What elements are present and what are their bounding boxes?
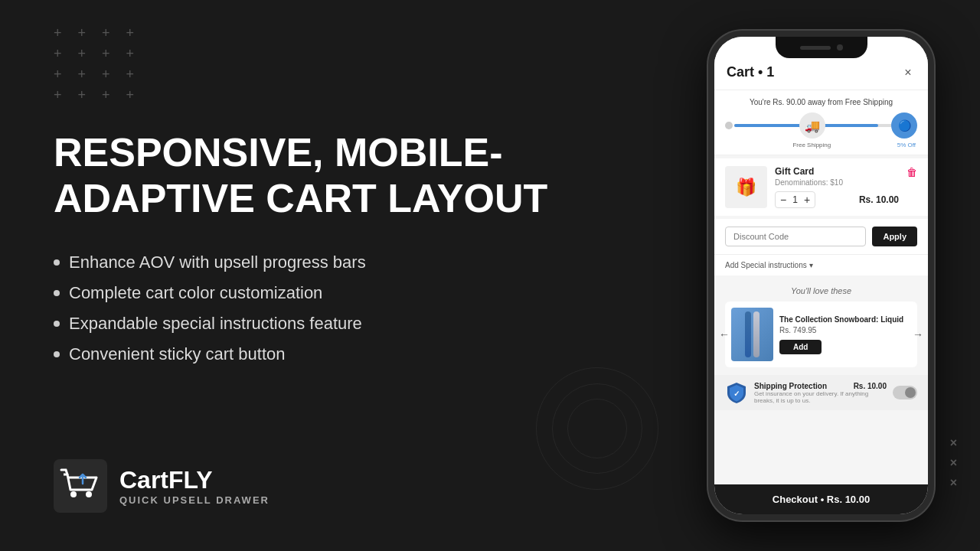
cart-close-button[interactable]: × [900,65,916,80]
list-item: Expandable special instructions feature [54,314,574,334]
cart-title: Cart • 1 [727,64,774,80]
x-mark-2: × [950,456,957,470]
progress-shipping-icon: 🚚 [799,112,825,139]
shipping-protection-title: Shipping Protection [754,382,827,390]
progress-track: 🚚 🔵 [725,112,917,139]
item-details: Gift Card Denominations: $10 − 1 + Rs. 1… [775,166,899,208]
upsell-card: ← The Collection Snowboard: Liquid Rs. 7… [725,302,917,367]
phone-button-power [933,129,934,174]
list-item: Convenient sticky cart button [54,344,574,364]
item-delete-button[interactable]: 🗑 [906,166,917,178]
upsell-add-button[interactable]: Add [779,340,822,354]
quantity-increase-button[interactable]: + [804,194,810,206]
phone-button-volume-up [708,113,710,140]
shipping-protection: ✓ Shipping Protection Rs. 10.00 Get insu… [714,375,928,410]
board-2 [753,311,760,357]
item-price: Rs. 10.00 [859,194,899,205]
quantity-control[interactable]: − 1 + [775,191,815,208]
discount-code-input[interactable] [725,227,866,246]
cart-item: 🎁 Gift Card Denominations: $10 − 1 + Rs.… [714,158,928,216]
upsell-product-name: The Collection Snowboard: Liquid [779,315,911,324]
board-1 [745,311,751,357]
discount-apply-button[interactable]: Apply [872,227,917,246]
upsell-previous-button[interactable]: ← [719,328,730,341]
x-mark-3: × [950,476,957,490]
discount-section: Apply [714,219,928,254]
phone-mockup: Cart • 1 × You're Rs. 90.00 away from Fr… [708,23,934,528]
upsell-product-image [731,308,773,361]
cartfly-logo-icon [54,459,107,513]
svg-rect-0 [54,459,107,513]
shield-icon: ✓ [725,381,748,404]
upsell-next-button[interactable]: → [913,328,923,341]
checkout-bar[interactable]: Checkout • Rs. 10.00 [714,484,928,514]
bullet-dot [54,290,60,296]
notch-speaker [800,46,831,50]
progress-section: You're Rs. 90.00 away from Free Shipping… [714,90,928,155]
bullet-dot [54,351,60,357]
progress-text: You're Rs. 90.00 away from Free Shipping [725,98,917,106]
item-name: Gift Card [775,166,899,177]
special-instructions-text: Add Special instructions ▾ [725,261,917,269]
snowboard-visual [745,311,760,357]
quantity-value: 1 [792,194,798,205]
main-title: RESPONSIVE, MOBILE-ADAPTIVE CART LAYOUT [54,130,574,222]
progress-start-dot [725,122,733,129]
svg-point-1 [70,491,77,497]
special-instructions[interactable]: Add Special instructions ▾ [714,254,928,276]
checkout-button-label: Checkout • Rs. 10.00 [773,494,870,505]
bullet-dot [54,259,60,266]
shipping-protection-description: Get insurance on your delivery. If anyth… [754,390,887,404]
progress-labels: Free Shipping 5% Off [725,142,917,148]
phone-body: Cart • 1 × You're Rs. 90.00 away from Fr… [708,31,934,520]
item-variant: Denominations: $10 [775,178,899,187]
x-mark-1: × [950,436,957,450]
toggle-knob [905,387,916,398]
phone-notch [776,37,867,58]
svg-point-2 [86,491,92,497]
list-item: Complete cart color customization [54,283,574,303]
progress-discount-icon: 🔵 [891,112,917,139]
bullet-list: Enhance AOV with upsell progress bars Co… [54,253,574,375]
logo-text: CartFLY QUICK UPSELL DRAWER [119,466,270,506]
svg-text:✓: ✓ [733,390,740,398]
item-quantity-row: − 1 + Rs. 10.00 [775,191,899,208]
quantity-decrease-button[interactable]: − [780,194,786,206]
logo-name: CartFLY [119,466,270,494]
decorative-x-marks: × × × [950,436,957,490]
upsell-product-details: The Collection Snowboard: Liquid Rs. 749… [779,315,911,354]
phone-button-volume-down [708,148,710,174]
list-item: Enhance AOV with upsell progress bars [54,253,574,272]
cart-screen: Cart • 1 × You're Rs. 90.00 away from Fr… [714,37,928,514]
logo-area: CartFLY QUICK UPSELL DRAWER [54,459,270,513]
upsell-product-price: Rs. 749.95 [779,326,911,334]
upsell-section: You'll love these ← The Collection Snowb… [714,279,928,372]
logo-subtitle: QUICK UPSELL DRAWER [119,494,270,506]
upsell-title: You'll love these [725,286,917,295]
item-image: 🎁 [725,166,767,208]
shipping-protection-price: Rs. 10.00 [854,382,887,390]
notch-camera [837,44,843,51]
progress-label-shipping: Free Shipping [792,142,831,148]
bullet-dot [54,321,60,327]
progress-label-discount: 5% Off [897,142,916,148]
shipping-protection-details: Shipping Protection Rs. 10.00 Get insura… [754,382,887,404]
shipping-protection-toggle[interactable] [893,386,917,399]
